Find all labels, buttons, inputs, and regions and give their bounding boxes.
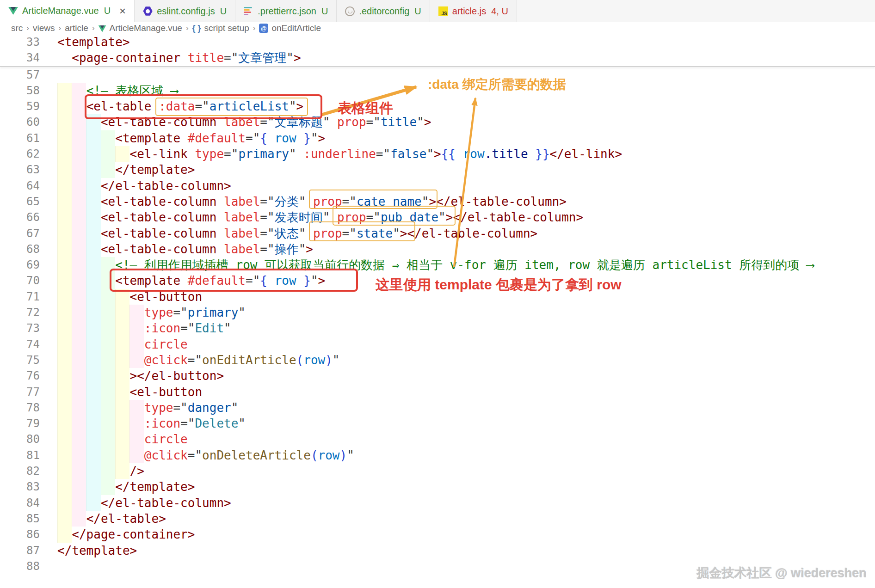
code-line[interactable]: 73 :icon="Edit" (0, 320, 875, 336)
code-line[interactable]: 64 </el-table-column> (0, 178, 875, 194)
code-text: circle (55, 431, 875, 447)
line-number[interactable]: 60 (0, 114, 55, 130)
line-number[interactable]: 59 (0, 98, 55, 114)
code-text: ></el-button> (55, 368, 875, 384)
code-line[interactable]: 80 circle (0, 431, 875, 447)
code-text: <!— 表格区域 ⟶ (55, 83, 875, 98)
code-line[interactable]: 70 <template #default="{ row }"> (0, 273, 875, 288)
line-number[interactable]: 64 (0, 178, 55, 194)
code-line[interactable]: 67 <el-table-column label="状态" prop="sta… (0, 226, 875, 241)
code-text: </page-container> (55, 527, 875, 542)
line-number[interactable]: 82 (0, 463, 55, 479)
tab-articlemanage-vue[interactable]: ArticleManage.vue U × (0, 0, 135, 22)
line-number[interactable]: 70 (0, 273, 55, 288)
code-line[interactable]: 77 <el-button (0, 384, 875, 400)
code-line[interactable]: 87</template> (0, 543, 875, 558)
breadcrumb-item-views[interactable]: views (33, 23, 55, 33)
line-number[interactable]: 88 (0, 558, 55, 574)
code-line[interactable]: 71 <el-button (0, 289, 875, 305)
code-text: <el-table-column label="发表时间" prop="pub_… (55, 209, 875, 225)
code-text: <el-table :data="articleList"> (55, 98, 875, 114)
code-line[interactable]: 72 type="primary" (0, 305, 875, 320)
line-number[interactable]: 34 (0, 50, 55, 66)
breadcrumb-item-file[interactable]: ArticleManage.vue (110, 23, 182, 33)
line-number[interactable]: 63 (0, 162, 55, 178)
chevron-right-icon: › (92, 24, 95, 33)
line-number[interactable]: 75 (0, 352, 55, 368)
line-number[interactable]: 83 (0, 479, 55, 495)
code-text: <!— 利用作用域插槽 row 可以获取当前行的数据 ⇒ 相当于 v-for 遍… (55, 257, 875, 273)
code-line[interactable]: 61 <template #default="{ row }"> (0, 130, 875, 146)
line-number[interactable]: 76 (0, 368, 55, 384)
code-line[interactable]: 59 <el-table :data="articleList"> (0, 98, 875, 114)
line-number[interactable]: 58 (0, 83, 55, 98)
tab-eslint-config[interactable]: eslint.config.js U (135, 0, 235, 22)
line-number[interactable]: 74 (0, 337, 55, 352)
code-line[interactable]: 62 <el-link type="primary" :underline="f… (0, 146, 875, 162)
line-number[interactable]: 86 (0, 527, 55, 542)
code-line[interactable]: 76 ></el-button> (0, 368, 875, 384)
code-line[interactable]: 82 /> (0, 463, 875, 479)
line-number[interactable]: 66 (0, 209, 55, 225)
tab-label: .editorconfig (359, 6, 409, 17)
code-line[interactable]: 63 </template> (0, 162, 875, 178)
chevron-right-icon: › (58, 24, 62, 33)
line-number[interactable]: 69 (0, 257, 55, 273)
tab-prettierrc[interactable]: .prettierrc.json U (235, 0, 337, 22)
chevron-right-icon: › (185, 24, 189, 33)
code-line[interactable]: 68 <el-table-column label="操作"> (0, 241, 875, 257)
line-number[interactable]: 33 (0, 34, 55, 50)
line-number[interactable]: 79 (0, 416, 55, 431)
code-line[interactable]: 83 </template> (0, 479, 875, 495)
eslint-icon (143, 6, 153, 16)
breadcrumb-item-article[interactable]: article (65, 23, 88, 33)
code-line[interactable]: 84 </el-table-column> (0, 495, 875, 511)
code-line[interactable]: 69 <!— 利用作用域插槽 row 可以获取当前行的数据 ⇒ 相当于 v-fo… (0, 257, 875, 273)
line-number[interactable]: 80 (0, 431, 55, 447)
line-number[interactable]: 73 (0, 320, 55, 336)
code-line[interactable]: 57 (0, 67, 875, 83)
line-number[interactable]: 68 (0, 241, 55, 257)
code-text: </el-table-column> (55, 178, 875, 194)
code-line[interactable]: 66 <el-table-column label="发表时间" prop="p… (0, 209, 875, 225)
code-line[interactable]: 85 </el-table> (0, 511, 875, 527)
code-text: circle (55, 337, 875, 352)
code-line[interactable]: 58 <!— 表格区域 ⟶ (0, 83, 875, 98)
code-line[interactable]: 75 @click="onEditArticle(row)" (0, 352, 875, 368)
code-line[interactable]: 78 type="danger" (0, 400, 875, 416)
code-line[interactable]: 79 :icon="Delete" (0, 416, 875, 431)
watermark: 掘金技术社区 @ wiedereshen (697, 565, 867, 582)
tab-label: ArticleManage.vue (22, 6, 99, 16)
line-number[interactable]: 87 (0, 543, 55, 558)
code-line[interactable]: 60 <el-table-column label="文章标题" prop="t… (0, 114, 875, 130)
code-text: @click="onDeleteArticle(row)" (55, 447, 875, 463)
breadcrumb-item-script-setup[interactable]: script setup (204, 23, 249, 33)
line-number[interactable]: 67 (0, 226, 55, 241)
line-number[interactable]: 78 (0, 400, 55, 416)
code-text: :icon="Edit" (55, 320, 875, 336)
line-number[interactable]: 85 (0, 511, 55, 527)
line-number[interactable]: 61 (0, 130, 55, 146)
error-git-status-badge: 4, U (491, 6, 508, 17)
line-number[interactable]: 65 (0, 194, 55, 209)
line-number[interactable]: 77 (0, 384, 55, 400)
close-icon[interactable]: × (119, 6, 126, 17)
breadcrumb-item-src[interactable]: src (11, 23, 23, 33)
line-number[interactable]: 57 (0, 67, 55, 83)
code-line[interactable]: 65 <el-table-column label="分类" prop="cat… (0, 194, 875, 209)
tab-article-js[interactable]: JS article.js 4, U (430, 0, 517, 22)
code-line[interactable]: 33<template> (0, 34, 875, 50)
code-text: <el-table-column label="文章标题" prop="titl… (55, 114, 875, 130)
line-number[interactable]: 71 (0, 289, 55, 305)
code-line[interactable]: 81 @click="onDeleteArticle(row)" (0, 447, 875, 463)
tab-editorconfig[interactable]: .editorconfig U (337, 0, 430, 22)
code-line[interactable]: 34 <page-container title="文章管理"> (0, 50, 875, 66)
breadcrumb-item-oneditarticle[interactable]: onEditArticle (271, 23, 321, 33)
line-number[interactable]: 62 (0, 146, 55, 162)
git-status-badge: U (220, 6, 227, 17)
code-line[interactable]: 74 circle (0, 337, 875, 352)
line-number[interactable]: 72 (0, 305, 55, 320)
line-number[interactable]: 81 (0, 447, 55, 463)
line-number[interactable]: 84 (0, 495, 55, 511)
code-line[interactable]: 86 </page-container> (0, 527, 875, 542)
